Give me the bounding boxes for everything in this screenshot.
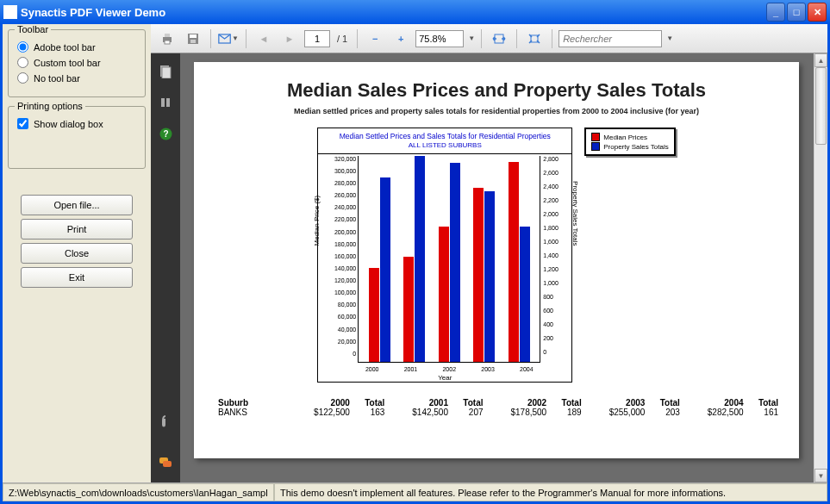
page-total-label: / 1 <box>337 34 347 44</box>
pdf-page: Median Sales Prices and Property Sales T… <box>194 62 799 458</box>
svg-rect-11 <box>161 98 165 107</box>
svg-rect-2 <box>165 40 170 44</box>
help-icon[interactable]: ? <box>158 126 173 141</box>
window-title: Synactis PDF Viewer Demo <box>21 6 766 19</box>
next-page-icon[interactable]: ► <box>278 28 301 50</box>
scroll-down-icon[interactable]: ▼ <box>814 469 827 482</box>
svg-rect-16 <box>163 461 172 467</box>
pages-panel-icon[interactable] <box>158 64 173 79</box>
search-input[interactable] <box>559 30 662 47</box>
chart-legend: Median Prices Property Sales Totals <box>584 128 675 156</box>
y-axis-left-ticks: 320,000300,000280,000260,000240,000220,0… <box>323 156 358 363</box>
printing-group-title: Printing options <box>15 101 85 111</box>
chart-container: Median Settled Prices and Sales Totals f… <box>215 128 778 383</box>
search-dropdown-icon[interactable]: ▼ <box>665 34 673 42</box>
bookmarks-panel-icon[interactable] <box>158 95 173 110</box>
close-button[interactable]: Close <box>21 243 133 264</box>
printing-groupbox: Printing options Show dialog box <box>8 106 146 169</box>
page-number-input[interactable] <box>304 30 330 47</box>
statusbar: Z:\Web\synactis_com\downloads\customers\… <box>3 482 827 501</box>
open-file-button[interactable]: Open file... <box>21 195 133 215</box>
scroll-up-icon[interactable]: ▲ <box>814 53 827 67</box>
svg-rect-12 <box>166 98 170 107</box>
legend-item-2: Property Sales Totals <box>603 143 668 151</box>
chart-plot-area <box>358 156 540 363</box>
print-button[interactable]: Print <box>21 219 133 240</box>
th-2002: 2002 <box>484 398 547 408</box>
th-2000: 2000 <box>286 398 350 408</box>
pdf-viewer: ▼ ◄ ► / 1 − + ▼ ▼ <box>151 24 827 482</box>
fit-width-icon[interactable] <box>488 28 510 50</box>
prev-page-icon[interactable]: ◄ <box>253 28 275 50</box>
attachments-panel-icon[interactable] <box>158 414 173 429</box>
x-axis-label: Year <box>318 374 571 382</box>
app-icon <box>3 5 17 19</box>
th-2004: 2004 <box>680 398 744 408</box>
left-panel: Toolbar Adobe tool bar Custom tool bar N… <box>3 24 151 482</box>
minimize-button[interactable]: _ <box>766 3 785 22</box>
email-icon[interactable]: ▼ <box>217 28 240 50</box>
y-axis-right-label: Property Sales Totals <box>571 181 579 246</box>
titlebar: Synactis PDF Viewer Demo _ □ ✕ <box>0 0 830 24</box>
comments-panel-icon[interactable] <box>158 455 173 470</box>
data-table: Suburb 2000Total 2001Total 2002Total 200… <box>215 398 778 417</box>
print-icon[interactable] <box>156 28 178 50</box>
chart: Median Settled Prices and Sales Totals f… <box>317 128 572 383</box>
svg-rect-1 <box>165 34 170 37</box>
vertical-scrollbar[interactable]: ▲ ▼ <box>814 53 827 482</box>
toolbar-groupbox: Toolbar Adobe tool bar Custom tool bar N… <box>8 29 146 97</box>
table-row: BANKS $122,500163 $142,500207 $178,50018… <box>215 408 778 417</box>
zoom-out-icon[interactable]: − <box>364 28 386 50</box>
document-subtitle: Median settled prices and property sales… <box>215 107 778 115</box>
th-suburb: Suburb <box>215 398 286 408</box>
y-axis-left-label: Median Price ($) <box>313 196 321 246</box>
close-window-button[interactable]: ✕ <box>808 3 827 22</box>
legend-item-1: Median Prices <box>603 134 647 141</box>
radio-adobe-toolbar[interactable]: Adobe tool bar <box>17 41 136 53</box>
pdf-toolbar: ▼ ◄ ► / 1 − + ▼ ▼ <box>151 24 827 53</box>
svg-rect-4 <box>190 34 197 38</box>
toolbar-group-title: Toolbar <box>15 24 51 34</box>
status-message: This demo doesn't implement all features… <box>274 483 827 501</box>
check-show-dialog[interactable]: Show dialog box <box>17 118 136 129</box>
svg-text:?: ? <box>163 129 168 139</box>
th-2001: 2001 <box>384 398 448 408</box>
svg-rect-5 <box>190 40 196 43</box>
svg-rect-10 <box>162 67 171 78</box>
exit-button[interactable]: Exit <box>21 267 133 288</box>
y-axis-right-ticks: 2,8002,6002,4002,2002,0001,8001,6001,400… <box>540 156 566 363</box>
fit-page-icon[interactable] <box>523 28 546 50</box>
document-title: Median Sales Prices and Property Sales T… <box>215 79 778 102</box>
zoom-in-icon[interactable]: + <box>390 28 412 50</box>
zoom-level-input[interactable] <box>415 30 464 47</box>
zoom-dropdown-icon[interactable]: ▼ <box>467 34 475 42</box>
chart-title: Median Settled Prices and Sales Totals f… <box>318 128 571 154</box>
save-icon[interactable] <box>182 28 204 50</box>
x-axis-labels: 20002001200220032004 <box>318 366 571 372</box>
scroll-thumb[interactable] <box>815 67 827 145</box>
status-path: Z:\Web\synactis_com\downloads\customers\… <box>3 483 274 501</box>
pdf-page-container[interactable]: Median Sales Prices and Property Sales T… <box>180 53 827 482</box>
maximize-button[interactable]: □ <box>787 3 806 22</box>
radio-custom-toolbar[interactable]: Custom tool bar <box>17 57 136 68</box>
radio-no-toolbar[interactable]: No tool bar <box>17 72 136 84</box>
pdf-sidebar: ? <box>151 53 180 482</box>
th-2003: 2003 <box>582 398 646 408</box>
